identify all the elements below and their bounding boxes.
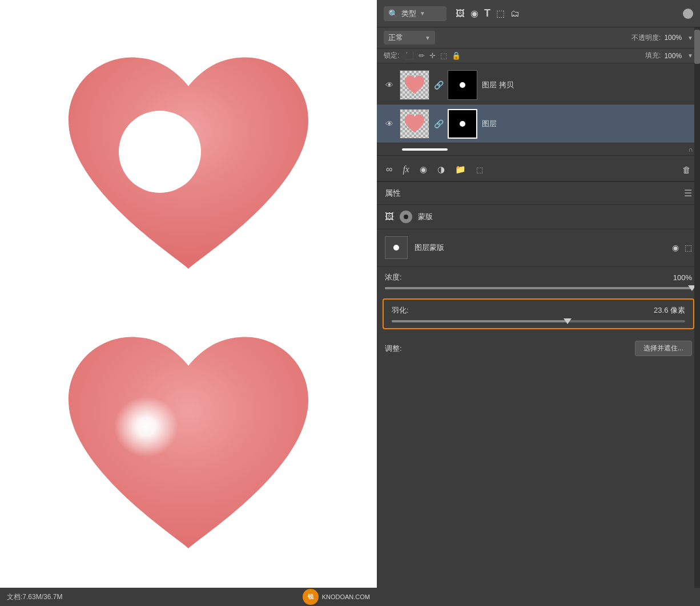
- mask-preview-dot: [393, 245, 399, 251]
- heart-top: [51, 46, 325, 292]
- layer-thumb-heart-base: [403, 114, 426, 134]
- lock-label: 锁定:: [384, 51, 399, 60]
- scrollbar-thumb[interactable]: [694, 30, 700, 64]
- mask-white-dot-base: [460, 121, 465, 127]
- hearts-container: [51, 35, 325, 571]
- circle-icon[interactable]: ◉: [470, 8, 478, 19]
- lock-transparent-icon[interactable]: ⬛: [405, 51, 414, 60]
- density-label: 浓度:: [385, 272, 419, 282]
- bottom-status-bar: 文档:7.63M/36.7M 锐 KNODOAN.COM: [0, 588, 377, 606]
- path-icon[interactable]: ⬚: [496, 8, 505, 19]
- heart-bottom-svg: [51, 326, 325, 571]
- lock-artboard-icon[interactable]: ⬚: [440, 51, 447, 60]
- lock-all-icon[interactable]: 🔒: [452, 51, 461, 60]
- layer-thumbnail-copy: [400, 70, 429, 100]
- properties-header: 属性 ☰: [377, 182, 700, 205]
- layer-mask-icon[interactable]: ◑: [437, 164, 445, 175]
- layer-icon[interactable]: 🗂: [510, 9, 520, 19]
- layer-partial-right: ∩: [688, 146, 693, 153]
- mask-dot-inner: [404, 215, 408, 219]
- blend-mode-row: 正常 ▼ 不透明度: 100% ▼: [377, 27, 700, 49]
- layer-partial-bar: [402, 148, 448, 151]
- layer-mask-title: 图层蒙版: [415, 243, 665, 253]
- density-value: 100%: [663, 273, 692, 282]
- blend-mode-label: 正常: [388, 33, 403, 43]
- lock-position-icon[interactable]: ✛: [429, 51, 436, 60]
- layer-item-copy[interactable]: 👁 🔗 图层 拷贝: [377, 66, 700, 104]
- opacity-value: 100%: [664, 34, 682, 42]
- link-layers-icon[interactable]: ∞: [386, 164, 392, 175]
- delete-layer-icon[interactable]: 🗑: [682, 165, 691, 175]
- search-icon: 🔍: [388, 9, 398, 18]
- density-slider-fill: [385, 287, 692, 289]
- apply-mask-icon[interactable]: ◉: [672, 243, 679, 252]
- vector-mask-icon[interactable]: [400, 211, 412, 223]
- lock-pixels-icon[interactable]: ✏: [419, 51, 425, 60]
- adjust-row: 调整: 选择并遮住...: [377, 335, 700, 362]
- scrollbar-vertical[interactable]: [694, 27, 700, 588]
- pixel-mask-icon[interactable]: 🖼: [385, 212, 394, 222]
- heart-glow: [102, 380, 216, 488]
- mask-white-dot-copy: [460, 82, 465, 88]
- fill-section: 填充: 100% ▼: [645, 51, 693, 60]
- layer-type-dropdown[interactable]: 🔍 类型 ▼: [384, 6, 446, 21]
- feather-label: 羽化:: [392, 305, 409, 316]
- lock-row: 锁定: ⬛ ✏ ✛ ⬚ 🔒 填充: 100% ▼: [377, 49, 700, 63]
- new-adjustment-icon[interactable]: ◉: [420, 164, 427, 175]
- layer-link-base: 🔗: [434, 119, 443, 128]
- blend-chevron-icon: ▼: [425, 35, 431, 41]
- heart-top-svg: [51, 46, 325, 292]
- heart-top-path: [69, 58, 308, 269]
- new-group-icon[interactable]: 📁: [455, 164, 466, 175]
- watermark-icon: 锐: [303, 589, 319, 605]
- layer-visibility-base[interactable]: 👁: [384, 119, 395, 128]
- text-icon[interactable]: T: [484, 7, 490, 19]
- density-slider-track[interactable]: [385, 287, 692, 289]
- heart-bottom: [51, 326, 325, 571]
- layer-mask-thumb-base: [448, 109, 477, 139]
- chevron-down-icon: ▼: [420, 10, 425, 17]
- fill-label: 填充:: [645, 51, 661, 60]
- opacity-label: 不透明度:: [631, 33, 661, 43]
- feather-section: 羽化: 23.6 像素: [383, 298, 694, 329]
- lock-icons: ⬛ ✏ ✛ ⬚ 🔒: [405, 51, 461, 60]
- properties-menu-icon[interactable]: ☰: [684, 188, 692, 199]
- layer-link-copy: 🔗: [434, 80, 443, 90]
- dropdown-label: 类型: [401, 9, 416, 19]
- feather-row: 羽化: 23.6 像素: [392, 305, 685, 316]
- layer-item-base[interactable]: 👁 🔗 图层: [377, 104, 700, 143]
- properties-title: 属性: [385, 188, 684, 199]
- feather-slider-fill: [392, 320, 568, 322]
- toolbar-icons: 🖼 ◉ T ⬚ 🗂: [456, 7, 520, 19]
- right-panel: 🔍 类型 ▼ 🖼 ◉ T ⬚ 🗂 正常 ▼: [377, 0, 700, 606]
- layer-item-partial: ∩: [377, 143, 700, 156]
- fill-chevron-icon[interactable]: ▼: [687, 52, 693, 59]
- mask-options-icon[interactable]: ⬚: [685, 243, 692, 252]
- image-icon[interactable]: 🖼: [456, 9, 465, 19]
- select-and-mask-button[interactable]: 选择并遮住...: [635, 341, 692, 356]
- layer-name-base: 图层: [482, 119, 693, 129]
- watermark-text: KNODOAN.COM: [322, 593, 370, 600]
- copy-layer-icon[interactable]: ⬚: [476, 165, 483, 174]
- layer-mask-info: 图层蒙版 ◉ ⬚: [377, 229, 700, 266]
- opacity-section: 不透明度: 100% ▼: [631, 33, 693, 43]
- mask-preview-thumbnail: [385, 236, 408, 259]
- properties-panel: 属性 ☰ 🖼 蒙版: [377, 182, 700, 606]
- opacity-chevron-icon[interactable]: ▼: [687, 35, 693, 41]
- canvas-area: 文档:7.63M/36.7M 锐 KNODOAN.COM: [0, 0, 377, 606]
- top-toolbar: 🔍 类型 ▼ 🖼 ◉ T ⬚ 🗂: [377, 0, 700, 27]
- fx-icon[interactable]: fx: [403, 164, 409, 175]
- feather-value: 23.6 像素: [654, 305, 685, 316]
- mask-type-row: 🖼 蒙版: [385, 211, 692, 223]
- density-section: 浓度: 100%: [377, 266, 700, 296]
- blend-mode-dropdown[interactable]: 正常 ▼: [384, 31, 435, 45]
- mask-type-label: 蒙版: [418, 212, 433, 222]
- feather-slider-thumb[interactable]: [564, 318, 572, 324]
- layer-filter-dot[interactable]: [683, 9, 693, 19]
- mask-action-icons: ◉ ⬚: [672, 243, 692, 252]
- density-row: 浓度: 100%: [385, 272, 692, 282]
- feather-slider-track[interactable]: [392, 320, 685, 322]
- layer-visibility-copy[interactable]: 👁: [384, 80, 395, 90]
- mask-type-section: 🖼 蒙版: [377, 205, 700, 229]
- layer-name-copy: 图层 拷贝: [482, 80, 693, 90]
